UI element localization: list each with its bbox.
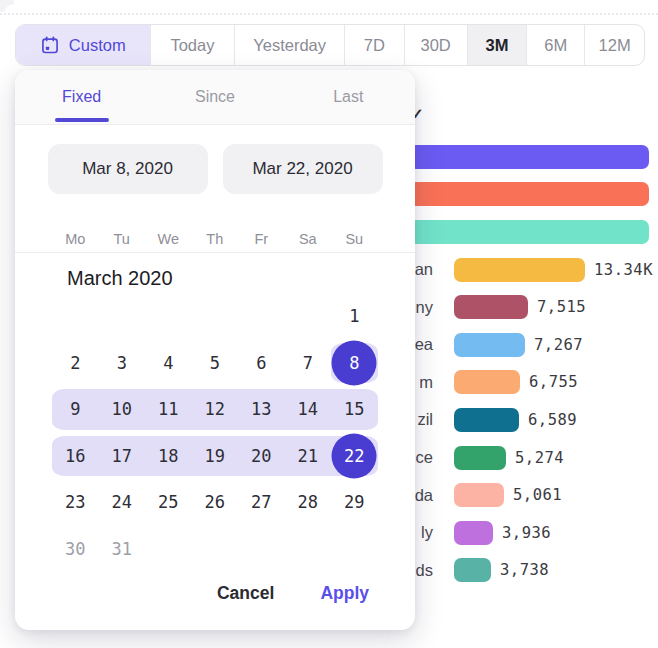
- range-button-label: Custom: [69, 36, 126, 55]
- range-button-custom[interactable]: Custom: [16, 25, 151, 65]
- weekday-label: Sa: [285, 226, 332, 252]
- day-cell-in-range[interactable]: 19: [192, 433, 239, 480]
- day-cell[interactable]: 5: [192, 340, 239, 387]
- day-cell-in-range[interactable]: 16: [52, 433, 99, 480]
- top-panel-corner: [0, 0, 14, 12]
- day-cell-in-range[interactable]: 20: [238, 433, 285, 480]
- date-picker-tabs: Fixed Since Last: [15, 70, 415, 125]
- weekday-header: Mo Tu We Th Fr Sa Su: [52, 226, 415, 252]
- top-separator-line: [0, 13, 658, 15]
- day-cell-in-range[interactable]: 9: [52, 386, 99, 433]
- bar-value: 7,515: [537, 298, 586, 316]
- tab-since[interactable]: Since: [148, 70, 281, 124]
- bar[interactable]: [409, 182, 649, 206]
- date-picker-footer: Cancel Apply: [215, 579, 371, 608]
- month-title: March 2020: [67, 267, 415, 293]
- day-cell-in-range[interactable]: 15: [331, 386, 378, 433]
- weekday-label: Su: [331, 226, 378, 252]
- range-button-yesterday[interactable]: Yesterday: [235, 25, 345, 65]
- day-cell: [285, 293, 332, 340]
- day-cell: [285, 526, 332, 573]
- day-cell[interactable]: 23: [52, 479, 99, 526]
- day-cell-in-range[interactable]: 13: [238, 386, 285, 433]
- bar[interactable]: [454, 483, 504, 507]
- day-cell-in-range[interactable]: 18: [145, 433, 192, 480]
- weekday-label: Tu: [99, 226, 146, 252]
- bar-value: 3,738: [500, 561, 549, 579]
- bar-value: 6,755: [529, 373, 578, 391]
- range-button-30d[interactable]: 30D: [405, 25, 468, 65]
- weekday-label: We: [145, 226, 192, 252]
- day-cell[interactable]: 25: [145, 479, 192, 526]
- day-cell[interactable]: 1: [331, 293, 378, 340]
- day-cell: [238, 293, 285, 340]
- start-date-input[interactable]: Mar 8, 2020: [48, 144, 208, 194]
- tab-last[interactable]: Last: [282, 70, 415, 124]
- date-inputs: Mar 8, 2020 Mar 22, 2020: [15, 144, 415, 194]
- day-cell: [192, 293, 239, 340]
- date-picker-popup: Fixed Since Last Mar 8, 2020 Mar 22, 202…: [15, 70, 415, 630]
- day-cell-range-end[interactable]: 22: [331, 433, 378, 480]
- weekday-label: Th: [192, 226, 239, 252]
- day-cell: [192, 526, 239, 573]
- apply-button[interactable]: Apply: [318, 579, 371, 608]
- day-cell-muted[interactable]: 30: [52, 526, 99, 573]
- bar-value: 3,936: [502, 524, 551, 542]
- day-cell[interactable]: 28: [285, 479, 332, 526]
- day-cell-in-range[interactable]: 12: [192, 386, 239, 433]
- bar[interactable]: [454, 333, 525, 357]
- range-button-today[interactable]: Today: [151, 25, 236, 65]
- day-cell[interactable]: 2: [52, 340, 99, 387]
- range-button-7d[interactable]: 7D: [345, 25, 405, 65]
- calendar-icon: [40, 35, 60, 55]
- cancel-button[interactable]: Cancel: [215, 579, 276, 608]
- day-cell: [145, 293, 192, 340]
- bar[interactable]: [409, 220, 649, 244]
- tab-fixed[interactable]: Fixed: [15, 70, 148, 124]
- range-button-3m[interactable]: 3M: [468, 25, 528, 65]
- weekday-label: Fr: [238, 226, 285, 252]
- day-cell[interactable]: 4: [145, 340, 192, 387]
- day-cell-range-start[interactable]: 8: [331, 340, 378, 387]
- weekday-label: Mo: [52, 226, 99, 252]
- bar[interactable]: [454, 258, 585, 282]
- end-date-input[interactable]: Mar 22, 2020: [223, 144, 383, 194]
- day-cell[interactable]: 3: [99, 340, 146, 387]
- day-cell: [52, 293, 99, 340]
- bar-value: 13.34K: [594, 261, 653, 279]
- day-cell[interactable]: 27: [238, 479, 285, 526]
- day-cell-muted[interactable]: 31: [99, 526, 146, 573]
- bar[interactable]: [454, 408, 519, 432]
- bar-value: 5,061: [513, 486, 562, 504]
- day-cell[interactable]: 29: [331, 479, 378, 526]
- day-cell[interactable]: 24: [99, 479, 146, 526]
- day-cell-in-range[interactable]: 17: [99, 433, 146, 480]
- day-cell[interactable]: 7: [285, 340, 332, 387]
- bar[interactable]: [409, 145, 649, 169]
- bar-value: 6,589: [528, 411, 577, 429]
- day-cell-in-range[interactable]: 10: [99, 386, 146, 433]
- bar[interactable]: [454, 558, 491, 582]
- range-button-12m[interactable]: 12M: [585, 25, 644, 65]
- bar[interactable]: [454, 521, 493, 545]
- day-cell[interactable]: 6: [238, 340, 285, 387]
- day-cell-in-range[interactable]: 21: [285, 433, 332, 480]
- range-button-6m[interactable]: 6M: [527, 25, 585, 65]
- day-cell-in-range[interactable]: 14: [285, 386, 332, 433]
- date-range-toolbar: Custom Today Yesterday 7D 30D 3M 6M 12M: [15, 24, 645, 66]
- bar[interactable]: [454, 295, 528, 319]
- bar-value: 7,267: [534, 336, 583, 354]
- bar[interactable]: [454, 446, 506, 470]
- day-cell[interactable]: 26: [192, 479, 239, 526]
- bar-value: 5,274: [515, 449, 564, 467]
- day-cell: [238, 526, 285, 573]
- divider: [15, 252, 415, 253]
- day-cell: [99, 293, 146, 340]
- calendar-grid: 1 2 3 4 5 6 7 8 9 10 11 12 13 14 15 16 1…: [52, 293, 415, 572]
- bar[interactable]: [454, 370, 520, 394]
- day-cell: [331, 526, 378, 573]
- day-cell: [145, 526, 192, 573]
- day-cell-in-range[interactable]: 11: [145, 386, 192, 433]
